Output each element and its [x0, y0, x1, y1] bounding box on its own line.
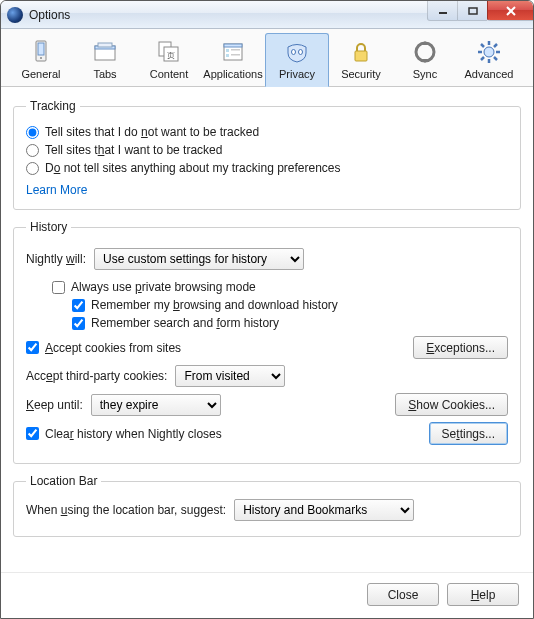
sync-icon: [412, 39, 438, 65]
svg-point-20: [299, 50, 303, 55]
check-clear-on-close[interactable]: [26, 427, 39, 440]
svg-point-6: [40, 57, 42, 59]
radio-want-tracked-label: Tell sites that I want to be tracked: [45, 143, 222, 157]
window-title: Options: [29, 8, 70, 22]
close-button[interactable]: [487, 1, 533, 21]
svg-point-23: [484, 47, 494, 57]
history-group: History Nightly will: Use custom setting…: [13, 220, 521, 464]
svg-line-28: [481, 44, 484, 47]
dialog-footer: Close Help: [1, 572, 533, 618]
applications-icon: [220, 39, 246, 65]
svg-rect-14: [224, 44, 242, 47]
svg-line-30: [494, 44, 497, 47]
svg-rect-16: [231, 49, 240, 51]
svg-rect-5: [38, 43, 44, 55]
keep-until-select[interactable]: they expire: [91, 394, 221, 416]
exceptions-button[interactable]: Exceptions...: [413, 336, 508, 359]
svg-line-29: [494, 57, 497, 60]
tab-label: Sync: [413, 68, 437, 80]
minimize-button[interactable]: [427, 1, 457, 21]
svg-text:页: 页: [167, 51, 175, 60]
check-remember-search-label: Remember search and form history: [91, 316, 279, 330]
check-remember-search[interactable]: [72, 317, 85, 330]
check-clear-on-close-label: Clear history when Nightly closes: [45, 427, 222, 441]
check-remember-browsing[interactable]: [72, 299, 85, 312]
svg-rect-0: [439, 12, 447, 14]
svg-rect-15: [226, 49, 229, 52]
tab-sync[interactable]: Sync: [393, 33, 457, 86]
radio-no-preference[interactable]: [26, 162, 39, 175]
mask-icon: [284, 39, 310, 65]
content-area: Tracking Tell sites that I do not want t…: [1, 87, 533, 537]
tracking-group: Tracking Tell sites that I do not want t…: [13, 99, 521, 210]
radio-do-not-track[interactable]: [26, 126, 39, 139]
maximize-button[interactable]: [457, 1, 487, 21]
show-cookies-button[interactable]: Show Cookies...: [395, 393, 508, 416]
tabs-icon: [92, 39, 118, 65]
minimize-icon: [438, 7, 448, 15]
history-mode-label: Nightly will:: [26, 252, 86, 266]
third-party-label: Accept third-party cookies:: [26, 369, 167, 383]
radio-do-not-track-label: Tell sites that I do not want to be trac…: [45, 125, 259, 139]
check-accept-cookies[interactable]: [26, 341, 39, 354]
check-private-browsing[interactable]: [52, 281, 65, 294]
tab-security[interactable]: Security: [329, 33, 393, 86]
tab-privacy[interactable]: Privacy: [265, 33, 329, 87]
tab-label: Advanced: [465, 68, 514, 80]
suggest-select[interactable]: History and Bookmarks: [234, 499, 414, 521]
content-icon: 页: [156, 39, 182, 65]
suggest-label: When using the location bar, suggest:: [26, 503, 226, 517]
close-icon: [505, 6, 517, 16]
location-bar-group: Location Bar When using the location bar…: [13, 474, 521, 537]
svg-rect-17: [226, 54, 229, 57]
tab-label: Privacy: [279, 68, 315, 80]
radio-no-preference-label: Do not tell sites anything about my trac…: [45, 161, 341, 175]
check-remember-browsing-label: Remember my browsing and download histor…: [91, 298, 338, 312]
maximize-icon: [468, 7, 478, 15]
gear-icon: [476, 39, 502, 65]
window-buttons: [427, 1, 533, 21]
settings-button[interactable]: Settings...: [429, 422, 508, 445]
category-toolbar: General Tabs 页 Content Applications Priv…: [1, 29, 533, 87]
tab-label: Applications: [203, 68, 262, 80]
history-legend: History: [26, 220, 71, 234]
third-party-select[interactable]: From visited: [175, 365, 285, 387]
tab-advanced[interactable]: Advanced: [457, 33, 521, 86]
check-accept-cookies-label: Accept cookies from sites: [45, 341, 181, 355]
tab-label: Content: [150, 68, 189, 80]
svg-rect-9: [98, 43, 112, 47]
tab-label: Security: [341, 68, 381, 80]
close-dialog-button[interactable]: Close: [367, 583, 439, 606]
learn-more-link[interactable]: Learn More: [26, 183, 87, 197]
keep-until-label: Keep until:: [26, 398, 83, 412]
titlebar: Options: [1, 1, 533, 29]
tab-content[interactable]: 页 Content: [137, 33, 201, 86]
check-private-browsing-label: Always use private browsing mode: [71, 280, 256, 294]
history-mode-select[interactable]: Use custom settings for history: [94, 248, 304, 270]
tab-applications[interactable]: Applications: [201, 33, 265, 86]
tab-label: General: [21, 68, 60, 80]
tab-label: Tabs: [93, 68, 116, 80]
svg-rect-18: [231, 54, 240, 56]
radio-want-tracked[interactable]: [26, 144, 39, 157]
tab-tabs[interactable]: Tabs: [73, 33, 137, 86]
tab-general[interactable]: General: [9, 33, 73, 86]
svg-rect-1: [469, 8, 477, 14]
location-bar-legend: Location Bar: [26, 474, 101, 488]
svg-point-22: [416, 43, 434, 61]
svg-rect-21: [355, 51, 367, 61]
app-icon: [7, 7, 23, 23]
svg-line-31: [481, 57, 484, 60]
phone-icon: [28, 39, 54, 65]
help-button[interactable]: Help: [447, 583, 519, 606]
tracking-legend: Tracking: [26, 99, 80, 113]
lock-icon: [348, 39, 374, 65]
svg-point-19: [292, 50, 296, 55]
